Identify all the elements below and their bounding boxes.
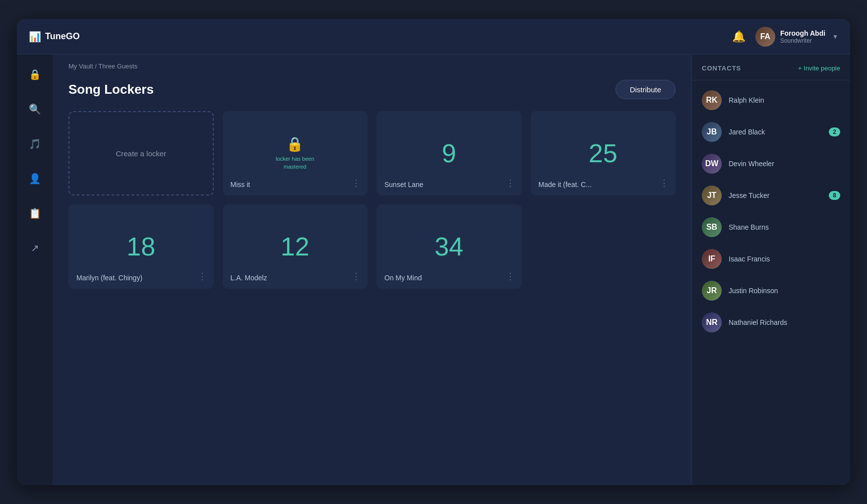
locker-card-marilyn[interactable]: 18 Marilyn (feat. Chingy) ⋮ <box>68 204 214 289</box>
locker-number: 25 <box>589 140 618 166</box>
list-item[interactable]: SB Shane Burns <box>692 211 850 243</box>
locker-name: Marilyn (feat. Chingy) <box>76 274 142 282</box>
locker-name: On My Mind <box>384 274 422 282</box>
avatar: SB <box>702 217 722 237</box>
topbar: 📊 TuneGO 🔔 FA Foroogh Abdi Soundwriter ▼ <box>17 19 850 55</box>
avatar: JT <box>702 186 722 205</box>
contact-name: Jared Black <box>729 128 822 136</box>
avatar: JR <box>702 281 722 301</box>
sidebar-item-list[interactable]: 📋 <box>25 203 45 223</box>
user-info: Foroogh Abdi Soundwriter <box>780 29 825 44</box>
sidebar-item-search[interactable]: 🔍 <box>25 99 45 119</box>
locker-name: Made it (feat. C... <box>539 181 592 189</box>
avatar: IF <box>702 249 722 269</box>
contacts-header: CONTACTS + Invite people <box>692 64 850 80</box>
avatar: JB <box>702 122 722 142</box>
list-item[interactable]: RK Ralph Klein <box>692 84 850 116</box>
locker-card-on-my-mind[interactable]: 34 On My Mind ⋮ <box>376 204 522 289</box>
locker-menu-icon[interactable]: ⋮ <box>198 271 207 282</box>
user-name: Foroogh Abdi <box>780 29 825 37</box>
create-locker-label: Create a locker <box>116 149 166 158</box>
logo-icon: 📊 <box>29 31 41 43</box>
sidebar-item-music[interactable]: 🎵 <box>25 134 45 154</box>
sidebar-item-vault[interactable]: 🔒 <box>25 64 45 84</box>
locker-number: 9 <box>442 140 456 166</box>
chevron-down-icon: ▼ <box>832 33 838 40</box>
avatar: DW <box>702 154 722 174</box>
list-item[interactable]: DW Devin Wheeler <box>692 148 850 180</box>
contacts-title: CONTACTS <box>702 64 741 72</box>
logo-area: 📊 TuneGO <box>29 31 128 43</box>
status-badge: 2 <box>829 127 840 136</box>
contact-list: RK Ralph Klein JB Jared Black 2 DW <box>692 80 850 475</box>
sidebar: 🔒 🔍 🎵 👤 📋 ↗ <box>17 55 53 485</box>
locker-menu-icon[interactable]: ⋮ <box>660 178 669 189</box>
locker-name: L.A. Modelz <box>231 274 267 282</box>
avatar-image: DW <box>702 154 722 174</box>
avatar-image: NR <box>702 313 722 332</box>
page-title: Song Lockers <box>68 82 154 97</box>
logo-text: TuneGO <box>45 31 80 42</box>
lockers-grid: Create a locker 🔒 locker has beenmastere… <box>68 111 676 289</box>
avatar-image: JT <box>702 186 722 205</box>
avatar-image: RK <box>702 90 722 110</box>
locker-menu-icon[interactable]: ⋮ <box>352 271 361 282</box>
mastered-indicator: 🔒 locker has beenmastered <box>276 136 314 171</box>
content: My Vault / Three Guests Song Lockers Dis… <box>53 55 691 485</box>
avatar-image: IF <box>702 249 722 269</box>
avatar: NR <box>702 313 722 332</box>
avatar-image: FA <box>755 27 775 47</box>
avatar-image: JR <box>702 281 722 301</box>
song-lockers-section: Song Lockers Distribute Create a locker … <box>53 70 691 485</box>
locker-card-la-modelz[interactable]: 12 L.A. Modelz ⋮ <box>223 204 368 289</box>
create-locker-card[interactable]: Create a locker <box>68 111 214 195</box>
contacts-panel: CONTACTS + Invite people RK Ralph Klein … <box>691 55 850 485</box>
breadcrumb: My Vault / Three Guests <box>53 55 691 70</box>
locker-name: Miss it <box>231 181 250 189</box>
avatar-image: JB <box>702 122 722 142</box>
locker-number: 18 <box>126 234 155 259</box>
contact-name: Isaac Francis <box>729 255 840 263</box>
lock-icon: 🔒 <box>286 136 304 152</box>
user-area[interactable]: FA Foroogh Abdi Soundwriter ▼ <box>755 27 838 47</box>
locker-card-miss-it[interactable]: 🔒 locker has beenmastered Miss it ⋮ <box>223 111 368 195</box>
notification-bell-icon[interactable]: 🔔 <box>732 30 745 43</box>
locker-name: Sunset Lane <box>384 181 424 189</box>
mastered-text: locker has beenmastered <box>276 155 314 171</box>
contact-name: Shane Burns <box>729 223 840 231</box>
locker-menu-icon[interactable]: ⋮ <box>506 178 515 189</box>
contact-name: Nathaniel Richards <box>729 318 840 326</box>
list-item[interactable]: IF Isaac Francis <box>692 243 850 275</box>
contact-name: Justin Robinson <box>729 287 840 295</box>
locker-menu-icon[interactable]: ⋮ <box>506 271 515 282</box>
avatar-image: SB <box>702 217 722 237</box>
list-item[interactable]: NR Nathaniel Richards <box>692 307 850 338</box>
locker-card-made-it[interactable]: 25 Made it (feat. C... ⋮ <box>531 111 676 195</box>
list-item[interactable]: JR Justin Robinson <box>692 275 850 307</box>
app-window: 📊 TuneGO 🔔 FA Foroogh Abdi Soundwriter ▼… <box>17 19 850 485</box>
sidebar-item-export[interactable]: ↗ <box>25 238 45 258</box>
contact-name: Devin Wheeler <box>729 160 840 168</box>
locker-number: 12 <box>281 234 310 259</box>
contact-name: Ralph Klein <box>729 96 840 104</box>
list-item[interactable]: JT Jesse Tucker 8 <box>692 180 850 211</box>
section-header: Song Lockers Distribute <box>68 80 676 99</box>
sidebar-item-artist[interactable]: 👤 <box>25 169 45 189</box>
avatar: RK <box>702 90 722 110</box>
topbar-right: 🔔 FA Foroogh Abdi Soundwriter ▼ <box>732 27 838 47</box>
status-badge: 8 <box>829 191 840 200</box>
list-item[interactable]: JB Jared Black 2 <box>692 116 850 148</box>
distribute-button[interactable]: Distribute <box>616 80 676 99</box>
locker-card-sunset-lane[interactable]: 9 Sunset Lane ⋮ <box>376 111 522 195</box>
locker-number: 34 <box>434 234 463 259</box>
contact-name: Jesse Tucker <box>729 191 822 199</box>
user-role: Soundwriter <box>780 37 825 44</box>
avatar: FA <box>755 27 775 47</box>
invite-people-button[interactable]: + Invite people <box>798 64 840 72</box>
locker-menu-icon[interactable]: ⋮ <box>352 178 361 189</box>
main-area: 🔒 🔍 🎵 👤 📋 ↗ My Vault / Three Guests Song… <box>17 55 850 485</box>
